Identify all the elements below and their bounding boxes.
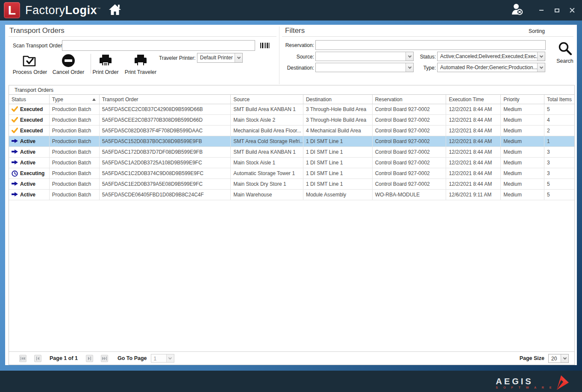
table-row[interactable]: ExecutedProduction Batch5A5FDA5C082D0B37… (9, 126, 574, 136)
first-page-button[interactable] (19, 355, 26, 362)
executing-clock-icon (12, 170, 20, 177)
aegis-wordmark: AEGIS (496, 377, 554, 385)
destination-label: Destination: (283, 65, 314, 71)
type-cell: Production Batch (50, 179, 100, 189)
sorting-label[interactable]: Sorting (529, 28, 545, 34)
status-text: Executed (20, 106, 43, 112)
priority-cell: Medium (501, 115, 544, 125)
reservation-cell: Control Board 927-0002 (373, 104, 447, 114)
status-text: Executing (20, 170, 44, 176)
dest-cell: 3 Through-Hole Build Area (303, 104, 373, 114)
type-cell: Production Batch (50, 168, 100, 178)
brand-logix: Logix (65, 4, 97, 17)
column-header-type[interactable]: Type (50, 95, 100, 104)
table-row[interactable]: ActiveProduction Batch5A5FDA5C152D0B37B0… (9, 136, 574, 147)
order-cell: 5A5FDA5C172D0B37D7DF08D9B599E9FB (100, 147, 231, 157)
next-page-button[interactable] (86, 355, 93, 362)
column-header-transport-order[interactable]: Transport Order (100, 95, 231, 104)
table-row[interactable]: ExecutedProduction Batch5A5FDA5CEC2C0B37… (9, 104, 574, 115)
type-select[interactable]: Automated Re-Order;Generic;Production... (437, 63, 545, 72)
magnifier-icon (558, 41, 572, 56)
reservation-cell: Control Board 927-0002 (373, 168, 447, 178)
minimize-button[interactable] (537, 6, 546, 15)
reservation-cell: Control Board 927-0002 (373, 179, 447, 189)
column-header-source[interactable]: Source (231, 95, 303, 104)
source-cell: Main Stock Aisle 2 (231, 115, 303, 125)
column-header-status[interactable]: Status (9, 95, 50, 104)
priority-cell: Medium (501, 190, 544, 200)
trademark: ™ (97, 7, 101, 11)
status-cell: Active (9, 179, 50, 189)
page-size-label: Page Size (520, 355, 544, 361)
source-cell: Automatic Storage Tower 1 (231, 168, 303, 178)
traveler-printer-select[interactable]: Default Printer (197, 53, 243, 63)
previous-page-button[interactable] (34, 355, 41, 362)
reservation-cell: Control Board 927-0002 (373, 147, 447, 157)
type-cell: Production Batch (50, 126, 100, 136)
table-row[interactable]: ActiveProduction Batch5A5FDA5CDE06405FBD… (9, 190, 574, 200)
status-cell: Executed (9, 115, 50, 125)
column-header-reservation[interactable]: Reservation (373, 95, 447, 104)
reservation-cell: Control Board 927-0002 (373, 136, 447, 146)
search-button[interactable]: Search (553, 41, 576, 64)
process-order-button[interactable]: Process Order (10, 52, 50, 75)
type-cell: Production Batch (50, 115, 100, 125)
status-cell: Executed (9, 126, 50, 136)
maximize-button[interactable] (552, 6, 561, 15)
order-cell: 5A5FDA5CDE06405FBD1D08D9B8C24C4F (100, 190, 231, 200)
chevron-down-icon (166, 354, 174, 362)
chevron-down-icon (537, 63, 545, 72)
chevron-down-icon (406, 52, 413, 61)
type-cell: Production Batch (50, 104, 100, 114)
items-cell: 5 (544, 104, 574, 114)
source-cell: Main Warehouse (231, 190, 303, 200)
order-cell: 5A5FDA5C1C2D0B374C9D08D9B599E9FC (100, 168, 231, 178)
column-header-total-items[interactable]: Total Items (544, 95, 574, 104)
status-text: Active (20, 149, 35, 155)
type-cell: Production Batch (50, 136, 100, 146)
reservation-cell: WO-RBA-MODULE (373, 190, 447, 200)
active-arrow-icon (12, 181, 20, 186)
print-order-button[interactable]: Print Order (86, 52, 125, 75)
priority-cell: Medium (501, 179, 544, 189)
footer: AEGIS S O F T W A R E (0, 371, 582, 392)
status-select[interactable]: Active;Canceled;Delivered;Executed;Exec.… (437, 52, 545, 61)
chevron-down-icon (537, 52, 545, 61)
go-to-page-select[interactable]: 1 (151, 354, 174, 363)
type-label: Type: (415, 65, 436, 71)
print-traveler-button[interactable]: Print Traveler (121, 52, 160, 75)
barcode-icon[interactable] (260, 43, 270, 48)
order-cell: 5A5FDA5C082D0B37F4F708D9B599DAAC (100, 126, 231, 136)
app-title: FactoryLogix™ (25, 4, 101, 17)
active-arrow-icon (12, 138, 20, 143)
home-icon[interactable] (109, 4, 121, 17)
source-select[interactable] (315, 52, 414, 61)
reservation-cell: Control Board 927-0002 (373, 126, 447, 136)
time-cell: 12/2/2021 8:44 AM (446, 158, 501, 168)
table-row[interactable]: ExecutedProduction Batch5A5FDA5CEE2C0B37… (9, 115, 574, 126)
aegis-software-label: S O F T W A R E (496, 386, 554, 389)
priority-cell: Medium (501, 136, 544, 146)
active-arrow-icon (12, 192, 20, 197)
order-cell: 5A5FDA5C152D0B37B0C308D9B599E9FB (100, 136, 231, 146)
time-cell: 12/2/2021 8:44 AM (446, 115, 501, 125)
table-row[interactable]: ActiveProduction Batch5A5FDA5C172D0B37D7… (9, 147, 574, 158)
scan-transport-order-input[interactable] (62, 40, 255, 51)
column-header-destination[interactable]: Destination (303, 95, 373, 104)
reservation-input[interactable] (315, 40, 546, 50)
print-order-printer-icon (86, 52, 125, 67)
status-text: Active (20, 160, 35, 166)
destination-select[interactable] (315, 63, 414, 72)
source-cell: Main Stock Aisle 1 (231, 158, 303, 168)
page-size-select[interactable]: 20 (548, 354, 569, 363)
close-button[interactable] (567, 6, 577, 15)
last-page-button[interactable] (101, 355, 108, 362)
table-row[interactable]: ActiveProduction Batch5A5FDA5C1A2D0B3725… (9, 158, 574, 168)
column-header-execution-time[interactable]: Execution Time (446, 95, 501, 104)
user-logout-icon[interactable] (511, 3, 524, 17)
table-row[interactable]: ExecutingProduction Batch5A5FDA5C1C2D0B3… (9, 168, 574, 179)
table-row[interactable]: ActiveProduction Batch5A5FDA5C1E2D0B379A… (9, 179, 574, 190)
column-header-priority[interactable]: Priority (501, 95, 544, 104)
cancel-order-button[interactable]: Cancel Order (49, 52, 88, 75)
executed-check-icon (12, 117, 20, 123)
